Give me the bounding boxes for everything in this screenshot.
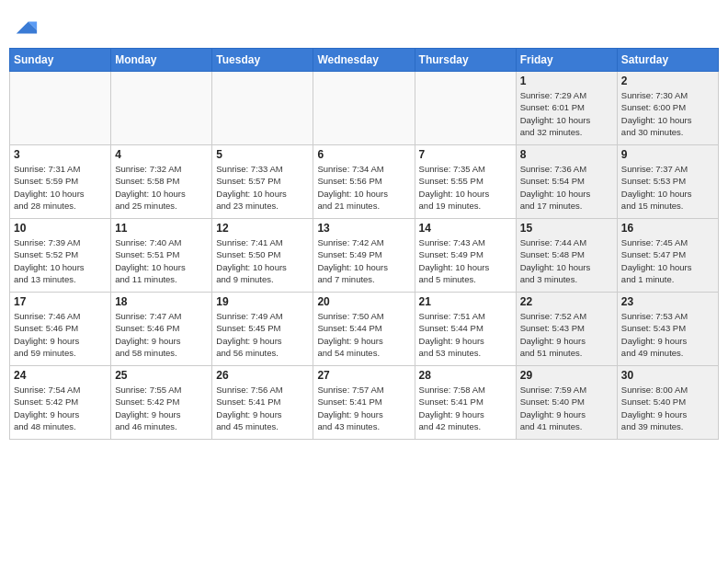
weekday-header-sunday: Sunday — [10, 49, 111, 72]
calendar-header: SundayMondayTuesdayWednesdayThursdayFrid… — [10, 49, 719, 72]
day-info: Sunrise: 7:46 AM Sunset: 5:46 PM Dayligh… — [14, 310, 107, 359]
week-row-4: 17Sunrise: 7:46 AM Sunset: 5:46 PM Dayli… — [10, 293, 719, 366]
weekday-header-thursday: Thursday — [415, 49, 516, 72]
day-number: 3 — [14, 148, 107, 161]
calendar-cell: 1Sunrise: 7:29 AM Sunset: 6:01 PM Daylig… — [516, 72, 617, 145]
day-info: Sunrise: 7:51 AM Sunset: 5:44 PM Dayligh… — [419, 310, 512, 359]
calendar-cell: 9Sunrise: 7:37 AM Sunset: 5:53 PM Daylig… — [617, 145, 718, 219]
calendar-cell — [313, 72, 415, 145]
day-info: Sunrise: 7:59 AM Sunset: 5:40 PM Dayligh… — [520, 384, 613, 432]
day-number: 29 — [520, 369, 613, 382]
day-number: 30 — [621, 369, 714, 382]
calendar-cell: 21Sunrise: 7:51 AM Sunset: 5:44 PM Dayli… — [415, 293, 516, 366]
day-info: Sunrise: 7:34 AM Sunset: 5:56 PM Dayligh… — [317, 163, 410, 212]
day-info: Sunrise: 7:33 AM Sunset: 5:57 PM Dayligh… — [216, 163, 309, 212]
calendar-cell: 18Sunrise: 7:47 AM Sunset: 5:46 PM Dayli… — [111, 293, 212, 366]
page-header — [9, 9, 719, 40]
day-number: 26 — [216, 369, 309, 382]
day-number: 25 — [115, 369, 208, 382]
day-number: 4 — [115, 148, 208, 161]
calendar-cell: 16Sunrise: 7:45 AM Sunset: 5:47 PM Dayli… — [617, 219, 718, 293]
calendar-cell: 13Sunrise: 7:42 AM Sunset: 5:49 PM Dayli… — [313, 219, 415, 293]
calendar-cell: 25Sunrise: 7:55 AM Sunset: 5:42 PM Dayli… — [111, 366, 212, 440]
calendar-cell: 30Sunrise: 8:00 AM Sunset: 5:40 PM Dayli… — [617, 366, 718, 440]
day-number: 27 — [317, 369, 410, 382]
day-info: Sunrise: 7:35 AM Sunset: 5:55 PM Dayligh… — [419, 163, 512, 212]
day-number: 20 — [317, 295, 410, 308]
day-number: 14 — [419, 222, 512, 235]
calendar-cell: 28Sunrise: 7:58 AM Sunset: 5:41 PM Dayli… — [415, 366, 516, 440]
calendar-table: SundayMondayTuesdayWednesdayThursdayFrid… — [9, 48, 719, 440]
day-number: 15 — [520, 222, 613, 235]
calendar-cell: 4Sunrise: 7:32 AM Sunset: 5:58 PM Daylig… — [111, 145, 212, 219]
calendar-cell: 5Sunrise: 7:33 AM Sunset: 5:57 PM Daylig… — [212, 145, 313, 219]
calendar-cell: 10Sunrise: 7:39 AM Sunset: 5:52 PM Dayli… — [10, 219, 111, 293]
day-info: Sunrise: 7:52 AM Sunset: 5:43 PM Dayligh… — [520, 310, 613, 359]
calendar-body: 1Sunrise: 7:29 AM Sunset: 6:01 PM Daylig… — [10, 72, 719, 440]
weekday-header-monday: Monday — [111, 49, 212, 72]
weekday-row: SundayMondayTuesdayWednesdayThursdayFrid… — [10, 49, 719, 72]
day-number: 21 — [419, 295, 512, 308]
day-info: Sunrise: 7:56 AM Sunset: 5:41 PM Dayligh… — [216, 384, 309, 432]
day-number: 10 — [14, 222, 107, 235]
calendar-cell: 14Sunrise: 7:43 AM Sunset: 5:49 PM Dayli… — [415, 219, 516, 293]
calendar-cell: 2Sunrise: 7:30 AM Sunset: 6:00 PM Daylig… — [617, 72, 718, 145]
day-number: 5 — [216, 148, 309, 161]
day-number: 8 — [520, 148, 613, 161]
day-number: 22 — [520, 295, 613, 308]
day-info: Sunrise: 7:32 AM Sunset: 5:58 PM Dayligh… — [115, 163, 208, 212]
week-row-1: 1Sunrise: 7:29 AM Sunset: 6:01 PM Daylig… — [10, 72, 719, 145]
calendar-cell: 11Sunrise: 7:40 AM Sunset: 5:51 PM Dayli… — [111, 219, 212, 293]
day-number: 17 — [14, 295, 107, 308]
day-number: 11 — [115, 222, 208, 235]
day-info: Sunrise: 7:57 AM Sunset: 5:41 PM Dayligh… — [317, 384, 410, 432]
logo-icon — [13, 15, 39, 40]
calendar-cell: 23Sunrise: 7:53 AM Sunset: 5:43 PM Dayli… — [617, 293, 718, 366]
day-info: Sunrise: 7:45 AM Sunset: 5:47 PM Dayligh… — [621, 236, 714, 285]
calendar-cell: 3Sunrise: 7:31 AM Sunset: 5:59 PM Daylig… — [10, 145, 111, 219]
calendar-cell: 26Sunrise: 7:56 AM Sunset: 5:41 PM Dayli… — [212, 366, 313, 440]
day-info: Sunrise: 7:39 AM Sunset: 5:52 PM Dayligh… — [14, 236, 107, 285]
calendar-cell — [10, 72, 111, 145]
day-info: Sunrise: 7:47 AM Sunset: 5:46 PM Dayligh… — [115, 310, 208, 359]
day-info: Sunrise: 7:54 AM Sunset: 5:42 PM Dayligh… — [14, 384, 107, 432]
day-info: Sunrise: 7:40 AM Sunset: 5:51 PM Dayligh… — [115, 236, 208, 285]
week-row-2: 3Sunrise: 7:31 AM Sunset: 5:59 PM Daylig… — [10, 145, 719, 219]
weekday-header-saturday: Saturday — [617, 49, 718, 72]
day-number: 16 — [621, 222, 714, 235]
day-number: 18 — [115, 295, 208, 308]
calendar-cell — [415, 72, 516, 145]
calendar-cell — [212, 72, 313, 145]
calendar-cell: 6Sunrise: 7:34 AM Sunset: 5:56 PM Daylig… — [313, 145, 415, 219]
day-number: 19 — [216, 295, 309, 308]
calendar-cell: 12Sunrise: 7:41 AM Sunset: 5:50 PM Dayli… — [212, 219, 313, 293]
day-info: Sunrise: 7:42 AM Sunset: 5:49 PM Dayligh… — [317, 236, 410, 285]
calendar-cell: 29Sunrise: 7:59 AM Sunset: 5:40 PM Dayli… — [516, 366, 617, 440]
day-number: 24 — [14, 369, 107, 382]
day-number: 13 — [317, 222, 410, 235]
day-info: Sunrise: 7:30 AM Sunset: 6:00 PM Dayligh… — [621, 89, 714, 138]
calendar-cell: 24Sunrise: 7:54 AM Sunset: 5:42 PM Dayli… — [10, 366, 111, 440]
day-info: Sunrise: 7:44 AM Sunset: 5:48 PM Dayligh… — [520, 236, 613, 285]
weekday-header-wednesday: Wednesday — [313, 49, 415, 72]
calendar-cell: 7Sunrise: 7:35 AM Sunset: 5:55 PM Daylig… — [415, 145, 516, 219]
calendar-cell: 15Sunrise: 7:44 AM Sunset: 5:48 PM Dayli… — [516, 219, 617, 293]
calendar-cell: 8Sunrise: 7:36 AM Sunset: 5:54 PM Daylig… — [516, 145, 617, 219]
calendar-cell: 22Sunrise: 7:52 AM Sunset: 5:43 PM Dayli… — [516, 293, 617, 366]
day-info: Sunrise: 7:49 AM Sunset: 5:45 PM Dayligh… — [216, 310, 309, 359]
day-info: Sunrise: 7:58 AM Sunset: 5:41 PM Dayligh… — [419, 384, 512, 432]
day-number: 7 — [419, 148, 512, 161]
logo — [13, 15, 42, 40]
day-info: Sunrise: 7:31 AM Sunset: 5:59 PM Dayligh… — [14, 163, 107, 212]
day-info: Sunrise: 7:53 AM Sunset: 5:43 PM Dayligh… — [621, 310, 714, 359]
day-info: Sunrise: 7:37 AM Sunset: 5:53 PM Dayligh… — [621, 163, 714, 212]
week-row-3: 10Sunrise: 7:39 AM Sunset: 5:52 PM Dayli… — [10, 219, 719, 293]
weekday-header-friday: Friday — [516, 49, 617, 72]
calendar-cell: 19Sunrise: 7:49 AM Sunset: 5:45 PM Dayli… — [212, 293, 313, 366]
day-info: Sunrise: 7:55 AM Sunset: 5:42 PM Dayligh… — [115, 384, 208, 432]
day-info: Sunrise: 7:29 AM Sunset: 6:01 PM Dayligh… — [520, 89, 613, 138]
calendar-cell: 17Sunrise: 7:46 AM Sunset: 5:46 PM Dayli… — [10, 293, 111, 366]
day-info: Sunrise: 7:43 AM Sunset: 5:49 PM Dayligh… — [419, 236, 512, 285]
day-number: 28 — [419, 369, 512, 382]
day-number: 6 — [317, 148, 410, 161]
